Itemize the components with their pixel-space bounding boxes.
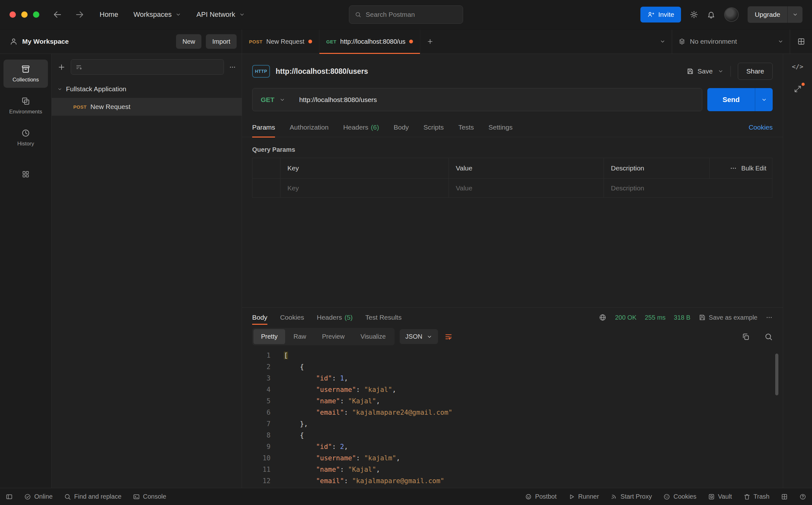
param-key-input[interactable]	[287, 184, 442, 192]
sidebar-more-button[interactable]	[229, 64, 236, 71]
param-description-input[interactable]	[611, 184, 765, 192]
global-search[interactable]	[349, 5, 463, 24]
settings-button[interactable]	[690, 10, 698, 19]
environment-quick-look-icon	[797, 37, 805, 46]
view-mode-visualize[interactable]: Visualize	[353, 329, 393, 344]
start-proxy-button[interactable]: Start Proxy	[610, 493, 652, 500]
trash-button[interactable]: Trash	[743, 493, 770, 500]
scrollbar-thumb[interactable]	[775, 354, 778, 395]
send-options-button[interactable]	[755, 88, 773, 111]
nav-home[interactable]: Home	[100, 10, 118, 19]
more-horizontal-icon[interactable]	[730, 165, 737, 172]
upgrade-button[interactable]: Upgrade	[747, 6, 803, 23]
cookies-link[interactable]: Cookies	[748, 124, 773, 131]
window-zoom-button[interactable]	[33, 11, 39, 18]
response-time[interactable]: 255 ms	[645, 314, 666, 321]
format-select[interactable]: JSON	[400, 329, 438, 344]
import-button[interactable]: Import	[206, 34, 237, 49]
window-close-button[interactable]	[9, 11, 16, 18]
vault-button[interactable]: Vault	[708, 493, 732, 500]
forward-arrow-icon[interactable]	[75, 10, 84, 19]
environment-quick-look-button[interactable]	[790, 29, 812, 53]
method-select[interactable]: GET	[252, 96, 294, 104]
share-button[interactable]: Share	[738, 63, 773, 80]
request-tab-settings[interactable]: Settings	[488, 118, 512, 137]
more-horizontal-icon	[766, 314, 773, 321]
tab-method-label: POST	[249, 39, 262, 44]
upgrade-caret-button[interactable]	[787, 6, 803, 23]
console-icon	[133, 493, 140, 500]
request-row[interactable]: POST New Request	[52, 98, 242, 116]
response-tab-body[interactable]: Body	[252, 308, 267, 327]
column-header-description: Description	[604, 158, 710, 178]
sidebar-filter[interactable]	[71, 59, 224, 75]
open-new-tab-button[interactable]	[420, 29, 440, 53]
save-button[interactable]: Save	[687, 67, 713, 75]
request-tab[interactable]: GEThttp://localhost:8080/us	[319, 29, 421, 53]
nav-workspaces[interactable]: Workspaces	[133, 10, 182, 19]
tab-list-menu-button[interactable]	[660, 29, 672, 53]
back-arrow-icon[interactable]	[53, 10, 62, 19]
copy-button[interactable]	[741, 333, 750, 341]
response-tab-cookies[interactable]: Cookies	[280, 308, 304, 327]
connection-status[interactable]: Online	[24, 493, 53, 500]
view-mode-raw[interactable]: Raw	[286, 329, 314, 344]
invite-button[interactable]: Invite	[641, 7, 681, 22]
layout-button[interactable]	[781, 493, 788, 500]
send-button[interactable]: Send	[707, 88, 755, 111]
view-mode-pretty[interactable]: Pretty	[253, 329, 285, 344]
more-tools-button[interactable]	[22, 170, 30, 178]
save-options-button[interactable]	[718, 68, 723, 74]
workspace-bar: My Workspace New Import POSTNew RequestG…	[0, 29, 812, 54]
find-and-replace-button[interactable]: Find and replace	[64, 493, 121, 500]
select-all-cell[interactable]	[252, 158, 280, 178]
code-snippet-button[interactable]: </>	[792, 63, 803, 70]
request-tab-params[interactable]: Params	[252, 118, 275, 137]
sidebar-filter-input[interactable]	[86, 63, 219, 71]
bulk-edit-button[interactable]: Bulk Edit	[741, 165, 766, 172]
window-minimize-button[interactable]	[21, 11, 28, 18]
help-button[interactable]	[799, 493, 806, 500]
request-tab-scripts[interactable]: Scripts	[424, 118, 444, 137]
workspace-name[interactable]: My Workspace	[22, 38, 69, 45]
request-tab-headers[interactable]: Headers(6)	[343, 118, 379, 137]
sidebar-item-collections[interactable]: Collections	[3, 59, 48, 88]
response-code: 1[2 {3 "id": 1,4 "username": "kajal",5 "…	[242, 350, 783, 487]
check-circle-icon	[24, 493, 31, 500]
save-as-example-button[interactable]: Save as example	[699, 314, 758, 321]
response-tab-test-results[interactable]: Test Results	[365, 308, 401, 327]
request-tab-body[interactable]: Body	[393, 118, 409, 137]
tab-method-label: GET	[326, 39, 337, 44]
postbot-button[interactable]: Postbot	[525, 493, 557, 500]
collection-row[interactable]: Fullstack Application	[52, 80, 242, 98]
runner-button[interactable]: Runner	[568, 493, 599, 500]
url-input[interactable]	[294, 96, 702, 104]
toggle-sidebar-button[interactable]	[6, 493, 13, 500]
response-body-viewer[interactable]: 1[2 {3 "id": 1,4 "username": "kajal",5 "…	[242, 350, 783, 488]
wrap-lines-button[interactable]	[444, 333, 453, 341]
network-info-button[interactable]	[598, 313, 607, 322]
view-mode-preview[interactable]: Preview	[314, 329, 352, 344]
request-tab[interactable]: POSTNew Request	[242, 29, 319, 53]
new-button[interactable]: New	[176, 34, 202, 49]
environment-selector[interactable]: No environment	[672, 29, 790, 53]
sidebar-item-environments[interactable]: Environments	[3, 92, 48, 120]
global-search-input[interactable]	[366, 11, 457, 18]
status-code[interactable]: 200 OK	[615, 314, 636, 321]
response-tab-headers[interactable]: Headers(5)	[317, 308, 353, 327]
search-response-button[interactable]	[765, 333, 773, 341]
response-more-button[interactable]	[766, 314, 773, 321]
request-tab-authorization[interactable]: Authorization	[289, 118, 329, 137]
create-new-button[interactable]	[57, 63, 66, 71]
response-size[interactable]: 318 B	[674, 314, 690, 321]
avatar[interactable]	[724, 7, 739, 22]
sidebar-item-history[interactable]: History	[3, 124, 48, 152]
console-button[interactable]: Console	[133, 493, 166, 500]
param-value-input[interactable]	[456, 184, 597, 192]
row-checkbox-cell[interactable]	[252, 179, 280, 197]
cookies-button[interactable]: Cookies	[663, 493, 696, 500]
request-tab-tests[interactable]: Tests	[458, 118, 474, 137]
nav-api-network[interactable]: API Network	[196, 10, 245, 19]
comments-button[interactable]	[794, 85, 802, 93]
notifications-button[interactable]	[707, 10, 715, 19]
